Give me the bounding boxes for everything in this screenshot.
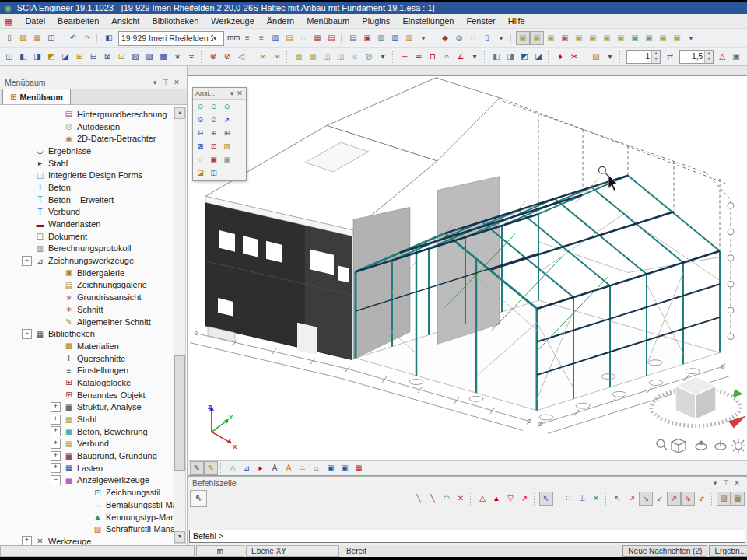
view-flag-10-icon[interactable]: ▣: [642, 31, 656, 45]
tree-item[interactable]: +▦Struktur, Analyse: [0, 401, 174, 414]
tree-item[interactable]: ✎Allgemeiner Schnitt: [0, 316, 174, 328]
expand-icon[interactable]: +: [51, 415, 61, 425]
intersect-icon[interactable]: ⊗: [206, 50, 220, 64]
trim-icon[interactable]: ▨: [142, 50, 156, 64]
calculation-icon[interactable]: ◆: [438, 31, 452, 45]
zoom-tool-icon[interactable]: [657, 439, 667, 450]
report-icon[interactable]: ▥: [402, 31, 416, 45]
snap-midpoint-icon[interactable]: ▲: [489, 492, 503, 506]
expand-icon[interactable]: +: [51, 402, 61, 412]
menu-werkzeuge[interactable]: Werkzeuge: [205, 16, 260, 26]
table-editor-icon[interactable]: ▤: [324, 31, 338, 45]
app-menu-icon[interactable]: ▦: [5, 16, 12, 26]
expand-icon[interactable]: +: [51, 451, 61, 461]
snap-intersection-icon[interactable]: ▽: [503, 492, 517, 506]
tree-item[interactable]: ◡Ergebnisse: [0, 145, 174, 157]
scale-spinner[interactable]: 1 ▴▾: [626, 50, 661, 64]
tree-item[interactable]: ▩Materialien: [0, 340, 174, 352]
extend-icon[interactable]: ▧: [128, 50, 142, 64]
menu-aendern[interactable]: Ändern: [261, 16, 300, 26]
view-flag-6-icon[interactable]: ▣: [586, 31, 600, 45]
cursor-snap-icon[interactable]: ⇖: [539, 492, 553, 506]
project-browser-icon[interactable]: ◧: [102, 31, 116, 45]
tree-item[interactable]: ◫Integrierte Design Forms: [0, 169, 174, 181]
collapse-icon[interactable]: −: [22, 256, 32, 266]
render-icon[interactable]: ♦: [553, 50, 567, 64]
expand-icon[interactable]: +: [22, 536, 32, 545]
more-options-icon[interactable]: ▾: [603, 50, 617, 64]
cube-tool-icon[interactable]: [672, 439, 686, 453]
menu-bibliotheken[interactable]: Bibliotheken: [146, 16, 205, 26]
tree-item[interactable]: TBeton: [0, 181, 174, 194]
pan-tool-icon[interactable]: [715, 440, 726, 450]
table-input-icon[interactable]: ▦: [292, 50, 306, 64]
more-options-icon[interactable]: ▾: [468, 50, 482, 64]
line-icon[interactable]: ─: [398, 50, 412, 64]
paste1-icon[interactable]: ◧: [489, 50, 503, 64]
tree-item[interactable]: +▦Lasten: [0, 462, 174, 474]
undo-icon[interactable]: ↶: [66, 31, 80, 45]
zoom-window-icon[interactable]: ⊞: [220, 127, 233, 140]
snap-mode-3-icon[interactable]: ↘: [639, 492, 653, 506]
tree-item[interactable]: ⊞Katalogblöcke: [0, 376, 174, 389]
tree-item[interactable]: ⊞Benanntes Objekt: [0, 389, 174, 401]
tree-item[interactable]: ▬Wanderlasten: [0, 218, 174, 230]
spin-down-icon[interactable]: ▾: [705, 56, 713, 61]
viewport-tools[interactable]: [657, 439, 745, 453]
circle-icon[interactable]: ○: [440, 50, 454, 64]
menu-einstellungen[interactable]: Einstellungen: [396, 16, 460, 26]
tree-item[interactable]: TVerbund: [0, 206, 174, 219]
save-all-icon[interactable]: ▦: [30, 31, 44, 45]
more-options-icon[interactable]: ▾: [684, 31, 698, 45]
document-icon[interactable]: ▥: [374, 31, 388, 45]
more-options-icon[interactable]: ▾: [743, 50, 747, 64]
check-nodes-icon[interactable]: ⊘: [220, 50, 234, 64]
panel-pin-icon[interactable]: ⊤: [160, 79, 171, 86]
binocular-icon[interactable]: ∞: [256, 50, 270, 64]
tree-item[interactable]: ▤Hintergrundberechnung: [0, 108, 174, 121]
spin-up-icon[interactable]: ▴: [705, 51, 713, 56]
view-side-icon[interactable]: ⊙: [220, 100, 233, 114]
tab-menuebaum[interactable]: ⊞ Menübaum: [2, 89, 71, 104]
pen-color-icon[interactable]: ✎: [204, 461, 218, 475]
collapse-icon[interactable]: −: [51, 475, 61, 485]
find-icon[interactable]: ◎: [362, 50, 376, 64]
results-button[interactable]: Ergebn...: [709, 545, 747, 557]
view-flag-7-icon[interactable]: ▣: [600, 31, 614, 45]
screen1-icon[interactable]: ▣: [324, 461, 338, 475]
view-flag-11-icon[interactable]: ▣: [656, 31, 670, 45]
join-icon[interactable]: ⊠: [100, 50, 114, 64]
paste4-icon[interactable]: ◪: [531, 50, 545, 64]
view-flag-1-icon[interactable]: ▣: [516, 31, 530, 45]
layers-icon[interactable]: ≡: [240, 31, 254, 45]
snap-mode-6-icon[interactable]: ⇘: [681, 492, 695, 506]
volumes-icon[interactable]: △: [226, 461, 240, 475]
snap-arc-icon[interactable]: ◠: [440, 492, 454, 506]
view-b-icon[interactable]: ◪: [194, 166, 207, 180]
check-icon[interactable]: ◎: [452, 31, 466, 45]
tree-item[interactable]: ≡Einstellungen: [0, 364, 174, 376]
model-3d-view[interactable]: Z Y X: [188, 76, 747, 460]
tree-item[interactable]: ▲Kennungstyp-Manager: [0, 511, 174, 523]
grid-icon[interactable]: ▦: [352, 461, 366, 475]
collapse-icon[interactable]: −: [22, 329, 32, 339]
panel-collapse-icon[interactable]: ▾: [149, 79, 160, 86]
dimension-line-icon[interactable]: ═: [412, 50, 426, 64]
expand-icon[interactable]: +: [51, 426, 61, 436]
menu-menuebaum[interactable]: Menübaum: [300, 16, 356, 26]
expand-icon[interactable]: +: [51, 463, 61, 473]
more-options-icon[interactable]: ▾: [376, 50, 390, 64]
view-flag-9-icon[interactable]: ▣: [628, 31, 642, 45]
pen-style-icon[interactable]: ✎: [190, 461, 204, 475]
expand-icon[interactable]: +: [51, 439, 61, 449]
new-document-icon[interactable]: ▯: [2, 31, 16, 45]
paste-props-icon[interactable]: ◫: [334, 50, 348, 64]
zoom-out-icon[interactable]: ⊖: [194, 127, 207, 140]
view-window-icon[interactable]: ◫: [207, 166, 220, 180]
link-dimension-icon[interactable]: ⇄: [663, 50, 677, 64]
units-icon[interactable]: mm: [226, 31, 240, 45]
scrollbar-thumb[interactable]: [174, 355, 185, 471]
panel-collapse-icon[interactable]: ▾: [710, 479, 721, 487]
grid-line-icon[interactable]: ⊥: [575, 492, 589, 506]
menu-bearbeiten[interactable]: Bearbeiten: [51, 16, 105, 26]
